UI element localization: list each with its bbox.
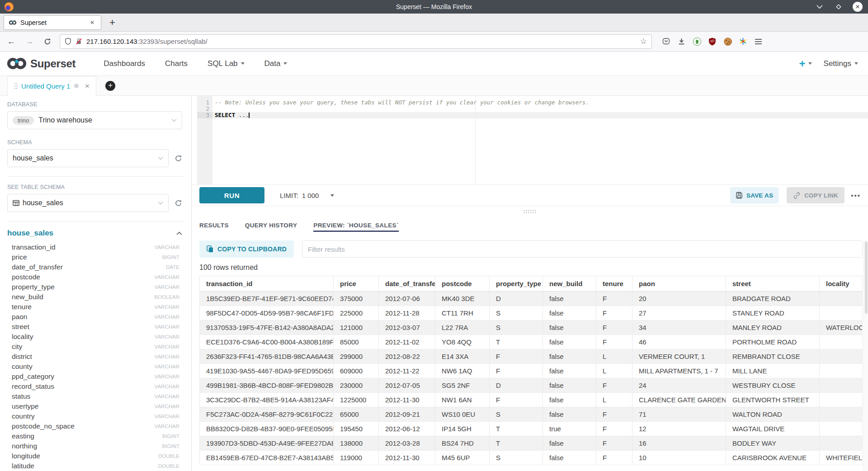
column-header[interactable]: price [334,276,379,292]
shield-icon[interactable] [65,38,71,45]
nav-item-charts[interactable]: Charts [165,59,188,68]
column-header[interactable]: new_build [543,276,596,292]
query-tab-close-icon[interactable]: ✕ [85,83,90,89]
schema-column-row[interactable]: eastingBIGINT [7,431,182,441]
pane-resizer[interactable] [192,206,868,216]
column-header[interactable]: postcode [435,276,490,292]
scrollbar-thumb[interactable] [865,241,868,314]
schema-column-row[interactable]: tenureVARCHAR [7,302,182,312]
schema-column-row[interactable]: usertypeVARCHAR [7,401,182,411]
table-cell: SG5 2NF [435,378,490,393]
save-as-button[interactable]: SAVE AS [730,187,778,203]
schema-column-row[interactable]: countryVARCHAR [7,411,182,421]
schema-column-row[interactable]: date_of_transferDATE [7,262,182,272]
nav-item-sql-lab[interactable]: SQL Lab [208,59,244,68]
url-bar[interactable]: 217.160.120.143:32393/superset/sqllab/ ☆ [60,34,652,49]
results-tab-query-history[interactable]: QUERY HISTORY [245,216,297,234]
column-header[interactable]: date_of_transfer [379,276,435,292]
window-close-icon[interactable]: ✕ [853,2,863,12]
schema-column-row[interactable]: statusVARCHAR [7,391,182,401]
back-icon[interactable]: ← [5,35,18,48]
new-tab-button[interactable]: + [109,18,115,27]
filter-results-input[interactable] [302,240,863,258]
schema-column-row[interactable]: localityVARCHAR [7,332,182,342]
table-row: 91370533-19F5-47FE-B142-A380A8ADA2101210… [200,320,863,335]
schema-select[interactable]: house_sales [7,149,169,167]
results-tab-preview-house-sales[interactable]: PREVIEW: `HOUSE_SALES` [313,216,399,234]
schema-column-row[interactable]: streetVARCHAR [7,322,182,332]
table-select[interactable]: house_sales [7,194,169,212]
run-button[interactable]: RUN [199,187,264,203]
schema-column-row[interactable]: latitudeDOUBLE [7,461,182,471]
schema-column-row[interactable]: countyVARCHAR [7,362,182,372]
results-tab-results[interactable]: RESULTS [199,216,229,234]
column-header[interactable]: tenure [596,276,632,292]
column-header[interactable]: paon [632,276,726,292]
schema-column-row[interactable]: districtVARCHAR [7,352,182,362]
add-query-tab-button[interactable]: + [105,81,115,91]
forward-icon[interactable]: → [23,35,36,48]
schema-column-row[interactable]: ppd_categoryVARCHAR [7,372,182,382]
privacy-badger-icon[interactable] [693,37,701,46]
cookie-extension-icon[interactable] [723,37,732,46]
ublock-icon[interactable]: uO [708,37,717,46]
insecure-lock-icon[interactable] [75,38,82,45]
column-type: DOUBLE [158,453,179,459]
schema-column-row[interactable]: longitudeDOUBLE [7,451,182,461]
table-cell: 225000 [334,306,379,320]
schema-column-row[interactable]: cityVARCHAR [7,342,182,352]
schema-column-row[interactable]: record_statusVARCHAR [7,382,182,391]
nav-item-data[interactable]: Data [264,59,288,68]
table-cell: 12 [632,422,726,436]
nav-add-button[interactable]: + [799,57,812,70]
column-header[interactable]: transaction_id [200,276,334,292]
superset-logo[interactable]: Superset [7,57,75,70]
table-schema-label: SEE TABLE SCHEMA [7,184,182,190]
schema-column-row[interactable]: property_typeVARCHAR [7,282,182,292]
schema-column-row[interactable]: priceBIGINT [7,252,182,262]
pocket-icon[interactable] [662,37,670,46]
column-type: VARCHAR [155,245,179,250]
column-header[interactable]: property_type [490,276,543,292]
tab-close-icon[interactable]: ✕ [88,19,96,27]
drag-grip-icon[interactable] [14,83,17,89]
browser-tab[interactable]: Superset ✕ [4,15,101,30]
colorful-asterisk-extension-icon[interactable] [739,37,747,46]
column-header[interactable]: locality [820,276,863,292]
sql-editor[interactable]: 123 -- Note: Unless you save your query,… [192,96,868,184]
results-table-container[interactable]: transaction_idpricedate_of_transferpostc… [199,276,863,471]
copy-to-clipboard-button[interactable]: COPY TO CLIPBOARD [199,240,294,258]
schema-column-row[interactable]: northingBIGINT [7,441,182,451]
column-type: VARCHAR [155,414,179,419]
column-header[interactable]: street [726,276,820,292]
nav-settings-menu[interactable]: Settings [824,59,858,68]
table-cell: true [543,422,596,436]
schema-column-row[interactable]: postcodeVARCHAR [7,272,182,282]
more-actions-button[interactable]: ••• [851,192,861,199]
menu-icon[interactable] [754,37,763,46]
downloads-icon[interactable] [677,37,686,46]
refresh-schema-icon[interactable] [175,155,182,162]
schema-column-row[interactable]: transaction_idVARCHAR [7,242,182,252]
schema-column-row[interactable]: paonVARCHAR [7,312,182,322]
schema-column-row[interactable]: new_buildBOOLEAN [7,292,182,302]
refresh-table-icon[interactable] [175,199,182,207]
window-minimize-icon[interactable] [815,2,825,12]
schema-column-row[interactable]: postcode_no_spaceVARCHAR [7,421,182,431]
limit-dropdown[interactable]: LIMIT: 1 000 [280,192,334,199]
column-name: tenure [12,303,155,311]
table-cell: S [490,451,543,465]
database-select[interactable]: trino Trino warehouse [7,111,182,129]
bookmark-star-icon[interactable]: ☆ [640,38,647,45]
browser-tab-strip: Superset ✕ + [0,14,868,32]
window-maximize-icon[interactable] [834,2,844,12]
results-scrollbar[interactable] [863,240,868,471]
table-header-row: transaction_idpricedate_of_transferpostc… [200,276,863,292]
clipboard-icon [207,245,213,253]
table-cell: BODLEY WAY [726,436,820,451]
chevron-up-icon[interactable] [176,231,182,236]
nav-item-dashboards[interactable]: Dashboards [104,59,145,68]
query-tab[interactable]: Untitled Query 1 ✕ [7,76,96,96]
reload-icon[interactable] [41,35,54,48]
copy-link-button[interactable]: COPY LINK [787,187,844,203]
